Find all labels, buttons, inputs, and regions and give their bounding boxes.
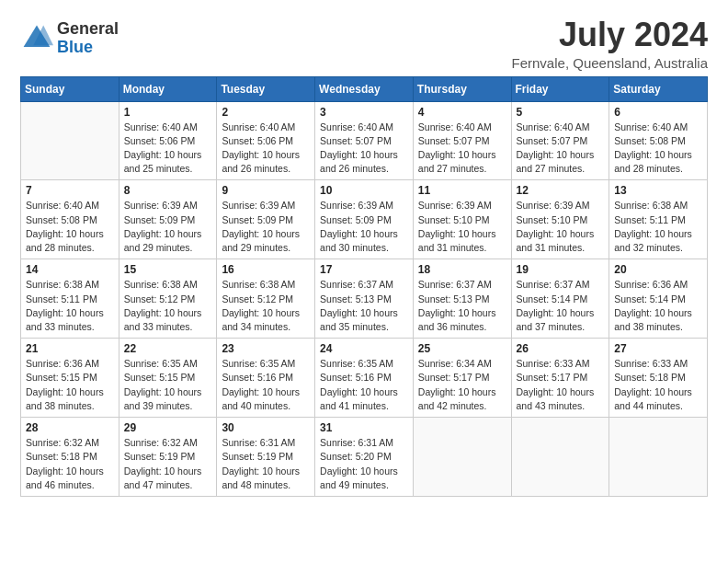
week-row-2: 7Sunrise: 6:40 AMSunset: 5:08 PMDaylight… (21, 180, 708, 259)
cell-day-number: 14 (26, 263, 114, 276)
cell-day-number: 1 (124, 106, 212, 119)
cell-sun-info: Sunrise: 6:39 AMSunset: 5:09 PMDaylight:… (124, 199, 212, 255)
calendar-cell: 30Sunrise: 6:31 AMSunset: 5:19 PMDayligh… (217, 418, 315, 497)
cell-day-number: 27 (614, 342, 702, 355)
calendar-cell (511, 418, 609, 497)
cell-day-number: 10 (320, 184, 408, 197)
calendar-cell (21, 101, 119, 180)
cell-day-number: 18 (418, 263, 506, 276)
cell-day-number: 25 (418, 342, 506, 355)
calendar-cell: 31Sunrise: 6:31 AMSunset: 5:20 PMDayligh… (315, 418, 414, 497)
calendar-cell (609, 418, 708, 497)
cell-day-number: 3 (320, 106, 408, 119)
cell-day-number: 29 (124, 421, 212, 434)
cell-sun-info: Sunrise: 6:33 AMSunset: 5:17 PMDaylight:… (517, 357, 605, 413)
cell-sun-info: Sunrise: 6:38 AMSunset: 5:12 PMDaylight:… (222, 278, 310, 334)
cell-day-number: 19 (517, 263, 605, 276)
header-day-wednesday: Wednesday (315, 76, 414, 101)
calendar-cell: 19Sunrise: 6:37 AMSunset: 5:14 PMDayligh… (511, 259, 609, 339)
cell-day-number: 20 (614, 263, 702, 276)
cell-day-number: 24 (320, 342, 408, 355)
calendar-cell: 12Sunrise: 6:39 AMSunset: 5:10 PMDayligh… (511, 180, 609, 259)
cell-sun-info: Sunrise: 6:40 AMSunset: 5:08 PMDaylight:… (26, 199, 114, 255)
location-subtitle: Fernvale, Queensland, Australia (512, 55, 708, 71)
cell-day-number: 2 (222, 106, 310, 119)
cell-day-number: 4 (418, 106, 506, 119)
cell-day-number: 28 (26, 421, 114, 434)
cell-sun-info: Sunrise: 6:38 AMSunset: 5:12 PMDaylight:… (124, 278, 212, 334)
header-day-monday: Monday (119, 76, 217, 101)
cell-day-number: 17 (320, 263, 408, 276)
cell-sun-info: Sunrise: 6:37 AMSunset: 5:13 PMDaylight:… (320, 278, 408, 334)
header-day-sunday: Sunday (21, 76, 119, 101)
header-day-saturday: Saturday (609, 76, 708, 101)
cell-day-number: 7 (26, 184, 114, 197)
calendar-cell: 26Sunrise: 6:33 AMSunset: 5:17 PMDayligh… (511, 339, 609, 418)
cell-sun-info: Sunrise: 6:35 AMSunset: 5:16 PMDaylight:… (222, 357, 310, 413)
cell-sun-info: Sunrise: 6:35 AMSunset: 5:16 PMDaylight:… (320, 357, 408, 413)
logo-icon (20, 22, 53, 55)
calendar-cell: 3Sunrise: 6:40 AMSunset: 5:07 PMDaylight… (315, 101, 414, 180)
cell-sun-info: Sunrise: 6:40 AMSunset: 5:06 PMDaylight:… (222, 121, 310, 177)
cell-day-number: 22 (124, 342, 212, 355)
cell-sun-info: Sunrise: 6:39 AMSunset: 5:09 PMDaylight:… (320, 199, 408, 255)
cell-sun-info: Sunrise: 6:37 AMSunset: 5:13 PMDaylight:… (418, 278, 506, 334)
cell-sun-info: Sunrise: 6:32 AMSunset: 5:18 PMDaylight:… (26, 436, 114, 492)
calendar-cell: 15Sunrise: 6:38 AMSunset: 5:12 PMDayligh… (119, 259, 217, 339)
cell-sun-info: Sunrise: 6:32 AMSunset: 5:19 PMDaylight:… (124, 436, 212, 492)
calendar-cell: 27Sunrise: 6:33 AMSunset: 5:18 PMDayligh… (609, 339, 708, 418)
calendar-table: SundayMondayTuesdayWednesdayThursdayFrid… (20, 76, 708, 497)
page: General Blue July 2024 Fernvale, Queensl… (0, 0, 728, 563)
logo: General Blue (20, 20, 119, 57)
cell-sun-info: Sunrise: 6:36 AMSunset: 5:14 PMDaylight:… (614, 278, 702, 334)
cell-day-number: 15 (124, 263, 212, 276)
calendar-cell: 18Sunrise: 6:37 AMSunset: 5:13 PMDayligh… (413, 259, 511, 339)
calendar-cell: 9Sunrise: 6:39 AMSunset: 5:09 PMDaylight… (217, 180, 315, 259)
calendar-cell: 4Sunrise: 6:40 AMSunset: 5:07 PMDaylight… (413, 101, 511, 180)
calendar-cell: 24Sunrise: 6:35 AMSunset: 5:16 PMDayligh… (315, 339, 414, 418)
calendar-cell: 17Sunrise: 6:37 AMSunset: 5:13 PMDayligh… (315, 259, 414, 339)
calendar-cell: 21Sunrise: 6:36 AMSunset: 5:15 PMDayligh… (21, 339, 119, 418)
cell-sun-info: Sunrise: 6:39 AMSunset: 5:10 PMDaylight:… (418, 199, 506, 255)
cell-day-number: 8 (124, 184, 212, 197)
calendar-cell: 13Sunrise: 6:38 AMSunset: 5:11 PMDayligh… (609, 180, 708, 259)
calendar-header-row: SundayMondayTuesdayWednesdayThursdayFrid… (21, 76, 708, 101)
week-row-4: 21Sunrise: 6:36 AMSunset: 5:15 PMDayligh… (21, 339, 708, 418)
cell-sun-info: Sunrise: 6:33 AMSunset: 5:18 PMDaylight:… (614, 357, 702, 413)
cell-sun-info: Sunrise: 6:31 AMSunset: 5:19 PMDaylight:… (222, 436, 310, 492)
cell-day-number: 12 (517, 184, 605, 197)
cell-day-number: 21 (26, 342, 114, 355)
header: General Blue July 2024 Fernvale, Queensl… (20, 17, 708, 71)
calendar-cell: 20Sunrise: 6:36 AMSunset: 5:14 PMDayligh… (609, 259, 708, 339)
cell-sun-info: Sunrise: 6:38 AMSunset: 5:11 PMDaylight:… (26, 278, 114, 334)
cell-sun-info: Sunrise: 6:40 AMSunset: 5:08 PMDaylight:… (614, 121, 702, 177)
cell-day-number: 31 (320, 421, 408, 434)
calendar-cell (413, 418, 511, 497)
calendar-cell: 11Sunrise: 6:39 AMSunset: 5:10 PMDayligh… (413, 180, 511, 259)
calendar-cell: 28Sunrise: 6:32 AMSunset: 5:18 PMDayligh… (21, 418, 119, 497)
month-year-title: July 2024 (512, 17, 708, 53)
calendar-cell: 8Sunrise: 6:39 AMSunset: 5:09 PMDaylight… (119, 180, 217, 259)
cell-sun-info: Sunrise: 6:40 AMSunset: 5:07 PMDaylight:… (320, 121, 408, 177)
cell-sun-info: Sunrise: 6:40 AMSunset: 5:07 PMDaylight:… (418, 121, 506, 177)
header-day-thursday: Thursday (413, 76, 511, 101)
cell-day-number: 11 (418, 184, 506, 197)
cell-day-number: 16 (222, 263, 310, 276)
calendar-cell: 22Sunrise: 6:35 AMSunset: 5:15 PMDayligh… (119, 339, 217, 418)
cell-day-number: 13 (614, 184, 702, 197)
cell-day-number: 9 (222, 184, 310, 197)
week-row-1: 1Sunrise: 6:40 AMSunset: 5:06 PMDaylight… (21, 101, 708, 180)
header-day-tuesday: Tuesday (217, 76, 315, 101)
cell-day-number: 30 (222, 421, 310, 434)
cell-sun-info: Sunrise: 6:40 AMSunset: 5:07 PMDaylight:… (517, 121, 605, 177)
cell-day-number: 23 (222, 342, 310, 355)
week-row-3: 14Sunrise: 6:38 AMSunset: 5:11 PMDayligh… (21, 259, 708, 339)
logo-blue-text: Blue (57, 39, 119, 57)
calendar-cell: 6Sunrise: 6:40 AMSunset: 5:08 PMDaylight… (609, 101, 708, 180)
cell-sun-info: Sunrise: 6:36 AMSunset: 5:15 PMDaylight:… (26, 357, 114, 413)
cell-sun-info: Sunrise: 6:37 AMSunset: 5:14 PMDaylight:… (517, 278, 605, 334)
cell-day-number: 5 (517, 106, 605, 119)
calendar-cell: 14Sunrise: 6:38 AMSunset: 5:11 PMDayligh… (21, 259, 119, 339)
calendar-cell: 5Sunrise: 6:40 AMSunset: 5:07 PMDaylight… (511, 101, 609, 180)
cell-sun-info: Sunrise: 6:35 AMSunset: 5:15 PMDaylight:… (124, 357, 212, 413)
